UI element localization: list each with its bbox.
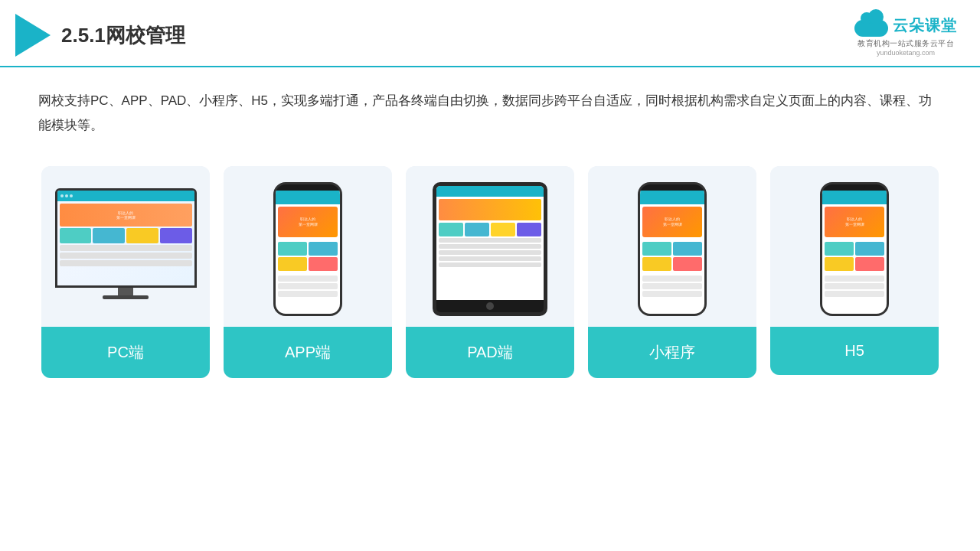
tablet-home-button [486, 302, 494, 310]
phone-list-h5-1 [825, 276, 884, 282]
phone-list-h5-2 [825, 283, 884, 289]
phone-grid-app-4 [309, 257, 338, 271]
tablet-row-5 [439, 262, 541, 267]
card-image-miniapp: 职达人的第一堂网课 [588, 166, 756, 327]
card-pad[interactable]: PAD端 [406, 166, 574, 378]
phone-grid-miniapp [640, 240, 704, 273]
card-label-pad: PAD端 [406, 327, 574, 378]
phone-header-h5 [822, 191, 887, 204]
pc-dot-2 [65, 194, 68, 197]
cloud-icon [854, 14, 888, 37]
phone-grid-app-3 [278, 257, 307, 271]
phone-banner-miniapp: 职达人的第一堂网课 [642, 207, 702, 237]
phone-notch-miniapp [662, 184, 683, 191]
pc-list-3 [60, 260, 192, 266]
logo-name: 云朵课堂 [893, 15, 957, 36]
phone-screen-app: 职达人的第一堂网课 [276, 191, 340, 314]
pc-banner-text: 职达人的第一堂网课 [116, 210, 136, 220]
phone-header-miniapp [640, 191, 704, 204]
tablet-grid [439, 223, 541, 236]
phone-grid-h5-2 [855, 242, 884, 256]
tablet-screen-header [436, 186, 544, 197]
tablet-screen [436, 186, 544, 300]
tablet-grid-4 [517, 223, 541, 236]
phone-list-h5-3 [825, 291, 884, 297]
card-app[interactable]: 职达人的第一堂网课 [224, 166, 392, 378]
tablet-rows [439, 238, 541, 267]
triangle-logo [15, 14, 51, 57]
logo-subtitle: 教育机构一站式服务云平台 [858, 38, 954, 49]
tablet-grid-1 [439, 223, 463, 236]
phone-banner-text-h5: 职达人的第一堂网课 [844, 215, 866, 229]
cards-container: 职达人的第一堂网课 [38, 166, 942, 378]
phone-grid-miniapp-3 [642, 257, 671, 271]
phone-banner-text-app: 职达人的第一堂网课 [297, 215, 319, 229]
header: 2.5.1网校管理 云朵课堂 教育机构一站式服务云平台 yunduoketang… [0, 0, 980, 67]
pc-screen-inner: 职达人的第一堂网课 [57, 191, 194, 285]
card-label-pc: PC端 [41, 327, 210, 378]
pc-banner: 职达人的第一堂网课 [60, 204, 192, 227]
pc-screen-frame: 职达人的第一堂网课 [55, 188, 197, 288]
pc-grid-1 [60, 228, 92, 243]
card-h5[interactable]: 职达人的第一堂网课 [770, 166, 939, 375]
phone-list-app-2 [278, 283, 338, 289]
pc-grid-2 [93, 228, 125, 243]
tablet-content [436, 197, 544, 269]
card-image-h5: 职达人的第一堂网课 [770, 166, 939, 327]
tablet-grid-2 [465, 223, 489, 236]
card-image-pc: 职达人的第一堂网课 [41, 166, 210, 327]
phone-grid-h5-3 [825, 257, 854, 271]
phone-grid-h5 [822, 240, 887, 273]
phone-list-app-3 [278, 291, 338, 297]
tablet-mockup [433, 182, 547, 316]
tablet-row-3 [439, 250, 541, 255]
phone-grid-h5-1 [825, 242, 854, 256]
phone-banner-app: 职达人的第一堂网课 [278, 207, 338, 237]
tablet-banner [439, 199, 541, 220]
phone-grid-miniapp-1 [642, 242, 671, 256]
tablet-row-2 [439, 244, 541, 249]
pc-content-rows: 职达人的第一堂网课 [57, 201, 194, 269]
phone-banner-h5: 职达人的第一堂网课 [825, 207, 884, 237]
pc-stand [118, 288, 133, 295]
brand-logo: 云朵课堂 教育机构一站式服务云平台 yunduoketang.com [854, 14, 957, 57]
pc-grid-4 [160, 228, 192, 243]
phone-list-app [276, 273, 340, 299]
cloud-shape [854, 20, 888, 37]
card-image-app: 职达人的第一堂网课 [224, 166, 392, 327]
phone-mockup-h5: 职达人的第一堂网课 [820, 182, 889, 316]
phone-banner-text-miniapp: 职达人的第一堂网课 [662, 215, 684, 229]
tablet-row-4 [439, 256, 541, 261]
pc-screen-header [57, 191, 194, 201]
cloud-logo-wrap: 云朵课堂 [854, 14, 957, 37]
card-image-pad [406, 166, 574, 327]
phone-header-app [276, 191, 340, 204]
phone-list-miniapp [640, 273, 704, 299]
tablet-grid-3 [491, 223, 515, 236]
pc-list-2 [60, 253, 192, 259]
phone-grid-app-1 [278, 242, 307, 256]
card-label-h5: H5 [770, 327, 939, 375]
main-content: 网校支持PC、APP、PAD、小程序、H5，实现多端打通，产品各终端自由切换，数… [0, 67, 980, 393]
phone-list-h5 [822, 273, 887, 299]
phone-notch-h5 [844, 184, 865, 191]
card-pc[interactable]: 职达人的第一堂网课 [41, 166, 210, 378]
phone-grid-h5-4 [855, 257, 884, 271]
phone-list-miniapp-1 [642, 276, 702, 282]
phone-notch-app [297, 184, 318, 191]
pc-list-1 [60, 245, 192, 251]
phone-mockup-miniapp: 职达人的第一堂网课 [638, 182, 707, 316]
pc-dot-3 [70, 194, 73, 197]
phone-grid-miniapp-2 [673, 242, 702, 256]
pc-grid-3 [126, 228, 158, 243]
card-label-app: APP端 [224, 327, 392, 378]
pc-dot-1 [60, 194, 64, 197]
pc-mockup: 职达人的第一堂网课 [53, 188, 198, 311]
card-miniapp[interactable]: 职达人的第一堂网课 [588, 166, 756, 378]
phone-screen-h5: 职达人的第一堂网课 [822, 191, 887, 314]
phone-screen-miniapp: 职达人的第一堂网课 [640, 191, 704, 314]
phone-grid-app [276, 240, 340, 273]
phone-mockup-app: 职达人的第一堂网课 [273, 182, 342, 316]
pc-base [103, 295, 149, 299]
card-label-miniapp: 小程序 [588, 327, 756, 378]
